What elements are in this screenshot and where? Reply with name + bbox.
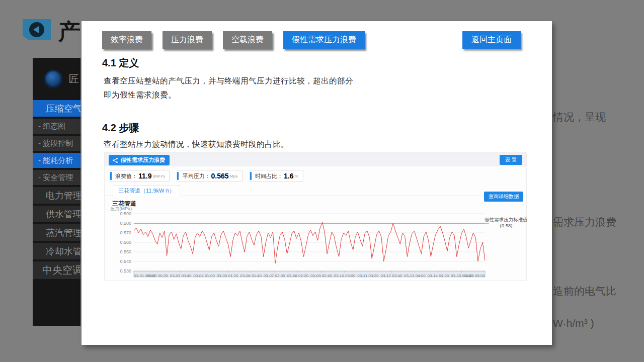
waste-tabs: 效率浪费压力浪费空载浪费假性需求压力浪费 [102,31,365,49]
stat-value: 0.565 [211,172,228,180]
x-tick-label: 03-13 04:00 [404,274,426,278]
x-tick-label: 03-02 00:20 [146,274,168,278]
y-tick-label: 0.570 [120,230,131,235]
stat-card: 时间占比：1.6% [250,170,303,182]
x-tick-label: 03-07 02:00 [264,274,285,278]
stat-label: 平均压力： [182,172,210,180]
app-logo-icon [44,69,63,88]
sidebar-item[interactable]: 蒸汽管理 [33,224,80,241]
back-button[interactable] [23,19,51,40]
stat-label: 时间占比： [255,172,283,180]
stat-card: 平均压力：0.565Mpa [177,170,243,182]
stat-unit: Mpa [230,174,238,178]
sidebar: 匠 压缩空气- 组态图- 波段控制- 能耗分析- 安全管理电力管理供水管理蒸汽管… [33,58,80,326]
stat-label: 浪费值： [115,172,137,180]
pressure-line-chart: 压力(MPa)0.5900.5800.5700.5600.5500.5400.5… [105,207,527,281]
sidebar-item[interactable]: - 组态图 [33,119,80,134]
waste-tab[interactable]: 假性需求压力浪费 [283,31,365,49]
x-tick-label: 03-10 03:00 [334,274,355,278]
stat-value: 1.6 [284,172,293,180]
y-tick-label: 0.580 [120,221,131,226]
steps-text: 查看整站压力波动情况，快速获知浪费时段的占比。 [104,139,289,150]
sidebar-item[interactable]: 压缩空气 [33,100,80,117]
x-tick-label: 03-08 02:20 [287,274,308,278]
x-tick-label: 03-09 02:40 [310,274,332,278]
stat-value: 11.9 [138,172,151,180]
screenshot-title: 假性需求压力浪费 [121,156,165,164]
stat-unit: % [295,174,298,178]
clipped-text-fragment: 需求压力浪费 [553,215,616,229]
waste-tab[interactable]: 空载浪费 [223,31,272,49]
threshold-label: 假性需求压力标准值 [485,217,527,222]
sidebar-item[interactable]: 电力管理 [33,187,80,204]
sidebar-item[interactable]: 冷却水管理 [33,243,80,259]
stat-accent-bar [110,172,112,180]
y-tick-label: 0.590 [120,211,131,216]
sidebar-item[interactable]: - 安全管理 [33,170,80,185]
x-tick-label: 03-05 01:20 [217,274,238,278]
clipped-text-fragment: 造前的电气比 [553,284,616,298]
pipe-tab[interactable]: 三花管道（11.9kW·h） [113,185,180,196]
section-heading-steps: 4.2 步骤 [102,121,139,135]
section-heading-definition: 4.1 定义 [102,56,139,70]
stats-row: 浪费值：11.9(kW·h)平均压力：0.565Mpa时间占比：1.6% [110,170,303,182]
sidebar-item[interactable]: 供水管理 [33,206,80,222]
stat-unit: (kW·h) [152,174,165,178]
y-tick-label: 0.550 [120,249,131,254]
clipped-text-fragment: 情况，呈现 [553,110,606,124]
sidebar-item[interactable]: 中央空调管理 [33,261,80,279]
y-tick-label: 0.540 [120,259,131,264]
y-tick-label: 0.560 [120,240,131,245]
share-network-icon [112,157,118,163]
x-tick-label: 03-12 03:40 [381,274,403,278]
definition-text-line1: 查看空压站整站的产气压力，并与终端用气压力进行比较，超出的部分 [104,76,353,86]
sidebar-logo-row: 匠 [33,58,80,100]
x-tick-label: 03-14 04:20 [428,274,449,278]
x-tick-label: 03-04 01:00 [193,274,215,278]
sidebar-menu: 压缩空气- 组态图- 波段控制- 能耗分析- 安全管理电力管理供水管理蒸汽管理冷… [33,100,80,279]
pressure-series-line [134,222,485,263]
x-tick-label: 03-06 01:40 [240,274,262,278]
content-panel: 效率浪费压力浪费空载浪费假性需求压力浪费 返回主页面 4.1 定义 查看空压站整… [82,21,552,345]
sidebar-logo-label: 匠 [69,72,79,86]
sidebar-item[interactable]: - 能耗分析 [33,153,80,168]
screenshot-title-badge: 假性需求压力浪费 [109,155,170,165]
waste-tab[interactable]: 效率浪费 [102,31,151,49]
clipped-text-fragment: W·h/m³ ) [553,317,594,329]
waste-tab[interactable]: 压力浪费 [163,31,212,49]
stat-accent-bar [177,172,179,180]
y-axis-label: 压力(MPa) [111,207,132,211]
settings-button[interactable]: 设 置 [500,155,522,165]
query-detail-button[interactable]: 查询详细数据 [484,192,523,202]
y-tick-label: 0.530 [120,268,131,274]
x-tick-label: 03-11 03:20 [357,274,379,278]
definition-text-line2: 即为假性需求浪费。 [104,90,176,101]
threshold-value-label: (0.58) [500,223,513,228]
x-tick-label: 03-16 05:00 [463,274,485,278]
x-tick-label: 03-03 00:40 [170,274,192,278]
embedded-screenshot: 假性需求压力浪费 设 置 浪费值：11.9(kW·h)平均压力：0.565Mpa… [104,152,527,281]
stat-accent-bar [250,172,252,180]
pipe-tabbar: 三花管道（11.9kW·h） [105,185,526,196]
stat-card: 浪费值：11.9(kW·h) [110,170,170,182]
back-arrow-icon [29,22,44,37]
return-home-button[interactable]: 返回主页面 [462,31,521,49]
sidebar-item[interactable]: - 波段控制 [33,136,80,151]
